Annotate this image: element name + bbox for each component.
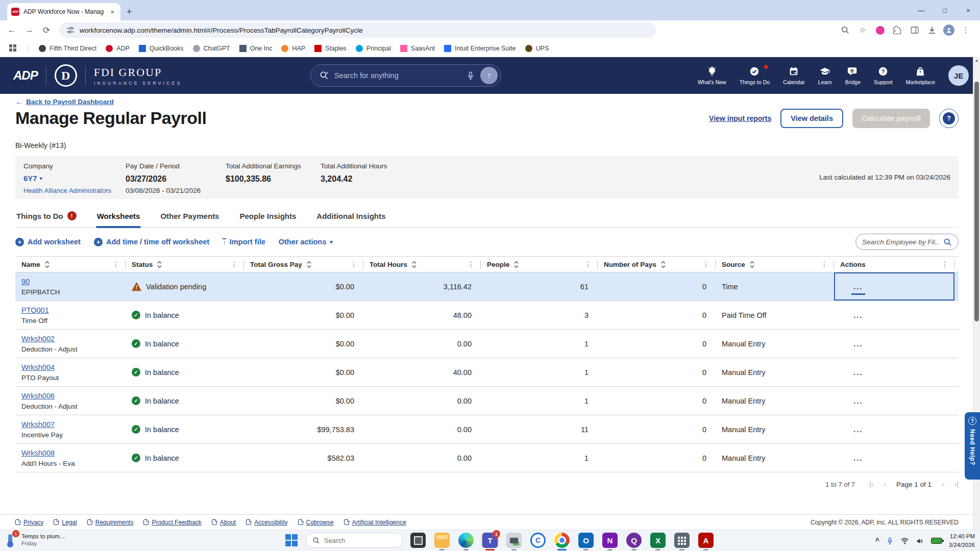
row-actions-ellipsis-button[interactable]: ... bbox=[852, 310, 864, 320]
page-tab[interactable]: Additional Insights ! bbox=[315, 211, 386, 227]
global-search-input[interactable] bbox=[334, 71, 461, 80]
tray-chevron-up-icon[interactable]: ^ bbox=[875, 537, 879, 545]
company-name-link[interactable]: Health Alliance Administrators bbox=[23, 187, 111, 194]
window-maximize-button[interactable]: □ bbox=[933, 0, 957, 20]
row-actions-ellipsis-button[interactable]: ... bbox=[852, 367, 864, 378]
global-search-bar[interactable]: ↑ bbox=[310, 64, 501, 87]
taskbar-widget[interactable]: 1 Temps to plum... Friday bbox=[4, 532, 64, 547]
teams-icon[interactable]: T1 bbox=[482, 533, 498, 548]
nav-calendar[interactable]: Calendar bbox=[783, 66, 805, 85]
bookmark-item[interactable]: QuickBooks bbox=[134, 43, 188, 54]
bookmark-item[interactable]: UPS bbox=[521, 43, 554, 54]
column-menu-kebab-icon[interactable]: ⋮ bbox=[468, 260, 481, 268]
nav-whats-new[interactable]: What's New bbox=[698, 66, 726, 85]
help-button[interactable]: ? bbox=[939, 109, 959, 128]
footer-link[interactable]: Product Feedback bbox=[143, 519, 201, 526]
browser-profile-icon[interactable] bbox=[943, 24, 954, 36]
zoom-lens-icon[interactable] bbox=[839, 24, 851, 36]
table-header-cell[interactable]: Total Gross Pay ⋮ bbox=[244, 257, 363, 272]
sort-icon[interactable] bbox=[157, 261, 162, 268]
search-submit-icon[interactable]: ↑ bbox=[480, 67, 498, 84]
row-actions-ellipsis-button[interactable]: ... bbox=[852, 453, 864, 463]
site-settings-tune-icon[interactable] bbox=[66, 26, 75, 34]
table-row[interactable]: Wrksh006 Deduction - Adjust In balance $… bbox=[15, 387, 959, 415]
column-menu-kebab-icon[interactable]: ⋮ bbox=[350, 260, 363, 268]
company-code-dropdown[interactable]: 6Y7▾ bbox=[23, 174, 126, 183]
footer-link[interactable]: Privacy bbox=[15, 519, 43, 526]
bookmark-item[interactable]: ChatGPT bbox=[188, 43, 235, 54]
back-icon[interactable]: ← bbox=[4, 22, 19, 38]
tab-close-icon[interactable]: × bbox=[108, 8, 116, 16]
nav-bridge[interactable]: B Bridge bbox=[845, 66, 861, 85]
add-worksheet-button[interactable]: +Add worksheet bbox=[15, 238, 81, 246]
other-actions-dropdown[interactable]: Other actions▾ bbox=[279, 238, 333, 246]
worksheet-link[interactable]: Wrksh006 bbox=[21, 392, 55, 400]
calculate-payroll-button[interactable]: Calculate payroll bbox=[852, 109, 930, 128]
wifi-icon[interactable] bbox=[900, 537, 909, 544]
onenote-icon[interactable]: N bbox=[602, 533, 618, 548]
scrollbar-thumb[interactable] bbox=[974, 82, 979, 321]
footer-link[interactable]: Cobrowse bbox=[298, 519, 334, 526]
user-avatar[interactable]: JE bbox=[948, 65, 969, 86]
task-view-icon[interactable] bbox=[410, 533, 426, 548]
footer-link[interactable]: Requirements bbox=[87, 519, 134, 526]
column-menu-kebab-icon[interactable]: ⋮ bbox=[821, 260, 834, 268]
apps-grid-icon[interactable] bbox=[9, 44, 17, 53]
taskbar-search-input[interactable] bbox=[324, 537, 385, 544]
page-tab[interactable]: Worksheets ! bbox=[96, 211, 141, 227]
row-actions-ellipsis-button[interactable]: ... bbox=[852, 282, 864, 292]
prev-page-icon[interactable]: ‹ bbox=[884, 480, 886, 488]
battery-icon[interactable] bbox=[931, 538, 942, 544]
bookmark-item[interactable]: Staples bbox=[310, 43, 351, 54]
sort-icon[interactable] bbox=[749, 261, 755, 268]
worksheet-link[interactable]: Wrksh007 bbox=[21, 420, 55, 429]
row-actions-ellipsis-button[interactable]: ... bbox=[852, 396, 864, 406]
column-menu-kebab-icon[interactable]: ⋮ bbox=[702, 260, 716, 268]
nav-things-to-do[interactable]: Things to Do bbox=[740, 66, 770, 85]
column-menu-kebab-icon[interactable]: ⋮ bbox=[941, 260, 954, 268]
pink-extension-icon[interactable] bbox=[874, 24, 886, 36]
sort-icon[interactable] bbox=[44, 261, 50, 268]
bookmark-star-icon[interactable]: ☆ bbox=[856, 24, 869, 36]
quickbooks-icon[interactable]: Q bbox=[626, 533, 642, 548]
first-page-icon[interactable]: |‹ bbox=[869, 480, 873, 488]
table-header-cell[interactable]: Status ⋮ bbox=[126, 257, 244, 272]
footer-link[interactable]: Legal bbox=[54, 519, 77, 526]
acrobat-icon[interactable]: A bbox=[698, 533, 714, 548]
calculator-icon[interactable] bbox=[674, 533, 690, 548]
worksheet-link[interactable]: 90 bbox=[21, 278, 30, 286]
page-tab[interactable]: People Insights ! bbox=[238, 211, 297, 227]
worksheet-link[interactable]: Wrksh008 bbox=[21, 449, 55, 457]
edge-browser-icon[interactable] bbox=[458, 533, 474, 548]
row-actions-ellipsis-button[interactable]: ... bbox=[852, 339, 864, 349]
table-header-cell[interactable]: Name ⋮ bbox=[15, 257, 126, 272]
nav-support[interactable]: ? Support bbox=[874, 66, 893, 85]
worksheet-link[interactable]: Wrksh002 bbox=[21, 335, 55, 343]
footer-link[interactable]: Accessibility bbox=[246, 519, 287, 526]
page-tab[interactable]: Things to Do ! bbox=[15, 211, 78, 227]
forward-icon[interactable]: → bbox=[21, 22, 37, 38]
file-explorer-icon[interactable] bbox=[434, 533, 450, 548]
bookmark-item[interactable]: HAP bbox=[277, 43, 310, 54]
worksheet-link[interactable]: PTO001 bbox=[21, 306, 49, 314]
url-bar[interactable]: workforcenow.adp.com/theme/admin.html#/P… bbox=[59, 22, 656, 38]
browser-sidebar-icon[interactable] bbox=[909, 24, 921, 36]
add-time-worksheet-button[interactable]: +Add time / time off worksheet bbox=[94, 238, 209, 246]
windows-start-button[interactable] bbox=[284, 533, 299, 548]
table-row[interactable]: PTO001 Time Off In balance $0.00 48.00 3… bbox=[15, 301, 959, 330]
microphone-tray-icon[interactable] bbox=[886, 537, 894, 545]
chrome-icon[interactable] bbox=[554, 533, 570, 548]
nav-marketplace[interactable]: Marketplace bbox=[906, 66, 935, 85]
bookmark-item[interactable]: Principal bbox=[351, 43, 396, 54]
view-details-button[interactable]: View details bbox=[780, 109, 843, 128]
sort-icon[interactable] bbox=[660, 261, 666, 268]
sort-icon[interactable] bbox=[306, 261, 312, 268]
browser-menu-kebab-icon[interactable]: ⋮ bbox=[960, 24, 972, 36]
search-icon[interactable] bbox=[943, 238, 952, 246]
column-menu-kebab-icon[interactable]: ⋮ bbox=[231, 260, 244, 268]
back-to-dashboard-link[interactable]: Back to Payroll Dashboard bbox=[26, 98, 114, 106]
extensions-puzzle-icon[interactable] bbox=[891, 24, 903, 36]
new-tab-button[interactable]: + bbox=[127, 7, 132, 17]
footer-link[interactable]: Artificial Intelligence bbox=[344, 519, 406, 526]
excel-icon[interactable]: X bbox=[650, 533, 666, 548]
